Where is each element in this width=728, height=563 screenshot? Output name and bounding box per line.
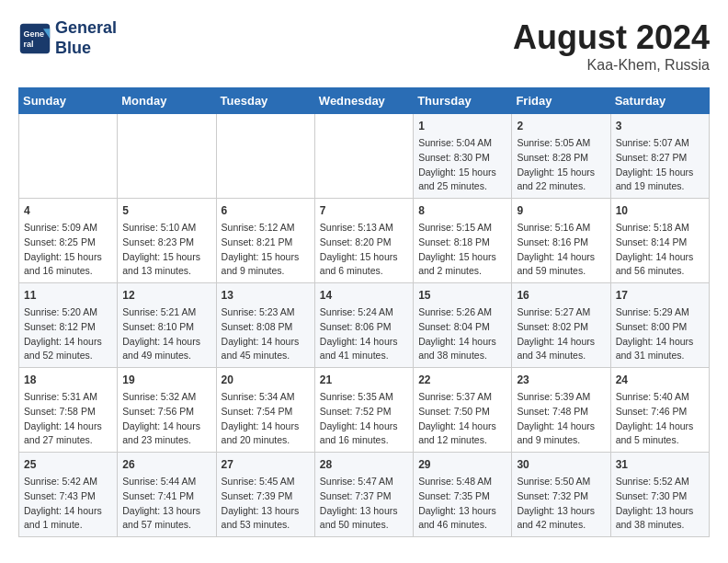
day-info: and 5 minutes.	[616, 433, 704, 448]
calendar-cell: 15Sunrise: 5:26 AMSunset: 8:04 PMDayligh…	[414, 283, 512, 368]
day-info: and 59 minutes.	[517, 264, 605, 279]
calendar-cell: 16Sunrise: 5:27 AMSunset: 8:02 PMDayligh…	[512, 283, 610, 368]
day-info: Sunrise: 5:21 AM	[122, 305, 210, 320]
day-info: Daylight: 14 hours	[517, 335, 605, 350]
weekday-header-wednesday: Wednesday	[314, 88, 413, 114]
day-info: Daylight: 13 hours	[320, 504, 408, 519]
calendar-cell: 30Sunrise: 5:50 AMSunset: 7:32 PMDayligh…	[512, 453, 610, 537]
day-number: 26	[122, 456, 210, 473]
day-number: 31	[616, 456, 704, 473]
month-year: August 2024	[513, 18, 710, 57]
day-info: and 25 minutes.	[418, 179, 506, 194]
calendar-cell: 24Sunrise: 5:40 AMSunset: 7:46 PMDayligh…	[610, 368, 709, 453]
day-number: 7	[320, 202, 408, 219]
day-info: Daylight: 15 hours	[122, 250, 210, 265]
day-number: 4	[24, 202, 112, 219]
day-info: Sunrise: 5:52 AM	[616, 475, 704, 489]
week-row-5: 25Sunrise: 5:42 AMSunset: 7:43 PMDayligh…	[19, 453, 710, 537]
day-info: Daylight: 14 hours	[616, 335, 704, 350]
logo-line2: Blue	[55, 39, 117, 59]
day-info: Sunset: 8:12 PM	[24, 320, 112, 335]
day-info: and 34 minutes.	[517, 349, 605, 363]
day-info: Daylight: 15 hours	[320, 250, 408, 265]
day-number: 30	[517, 456, 605, 473]
calendar-cell: 8Sunrise: 5:15 AMSunset: 8:18 PMDaylight…	[414, 199, 512, 283]
day-info: Daylight: 15 hours	[418, 166, 506, 180]
calendar-cell: 31Sunrise: 5:52 AMSunset: 7:30 PMDayligh…	[610, 453, 709, 537]
logo: Gene ral General Blue	[18, 18, 117, 58]
day-info: and 1 minute.	[24, 518, 112, 533]
calendar-cell: 9Sunrise: 5:16 AMSunset: 8:16 PMDaylight…	[512, 199, 610, 283]
day-number: 17	[616, 287, 704, 304]
day-info: Sunset: 7:39 PM	[222, 489, 310, 504]
day-info: and 49 minutes.	[122, 349, 210, 363]
calendar-cell	[19, 114, 118, 199]
day-info: Sunset: 8:14 PM	[616, 236, 704, 250]
day-info: Sunrise: 5:37 AM	[418, 390, 506, 405]
day-info: Sunrise: 5:10 AM	[122, 221, 210, 236]
day-number: 3	[616, 118, 704, 134]
logo-icon: Gene ral	[18, 22, 51, 55]
calendar-cell: 7Sunrise: 5:13 AMSunset: 8:20 PMDaylight…	[314, 199, 413, 283]
day-info: Sunset: 8:06 PM	[320, 320, 408, 335]
week-row-1: 1Sunrise: 5:04 AMSunset: 8:30 PMDaylight…	[19, 114, 710, 199]
day-info: Sunrise: 5:27 AM	[517, 305, 605, 320]
calendar-cell: 27Sunrise: 5:45 AMSunset: 7:39 PMDayligh…	[216, 453, 314, 537]
logo-line1: General	[55, 18, 117, 39]
day-number: 18	[24, 372, 112, 388]
day-info: Daylight: 14 hours	[418, 419, 506, 434]
day-number: 9	[517, 202, 605, 219]
day-info: Sunrise: 5:13 AM	[320, 221, 408, 236]
calendar-cell: 13Sunrise: 5:23 AMSunset: 8:08 PMDayligh…	[216, 283, 314, 368]
day-info: Daylight: 14 hours	[24, 419, 112, 434]
day-info: Daylight: 14 hours	[24, 335, 112, 350]
day-info: and 16 minutes.	[320, 433, 408, 448]
day-number: 6	[222, 202, 310, 219]
day-info: and 6 minutes.	[320, 264, 408, 279]
day-info: Sunrise: 5:32 AM	[122, 390, 210, 405]
day-info: and 41 minutes.	[320, 349, 408, 363]
calendar-cell: 14Sunrise: 5:24 AMSunset: 8:06 PMDayligh…	[314, 283, 413, 368]
week-row-2: 4Sunrise: 5:09 AMSunset: 8:25 PMDaylight…	[19, 199, 710, 283]
day-info: Sunrise: 5:20 AM	[24, 305, 112, 320]
day-number: 12	[122, 287, 210, 304]
day-info: and 31 minutes.	[616, 349, 704, 363]
day-info: Sunrise: 5:15 AM	[418, 221, 506, 236]
calendar-cell: 17Sunrise: 5:29 AMSunset: 8:00 PMDayligh…	[610, 283, 709, 368]
day-info: and 19 minutes.	[616, 179, 704, 194]
day-info: Sunset: 8:23 PM	[122, 236, 210, 250]
calendar-cell: 1Sunrise: 5:04 AMSunset: 8:30 PMDaylight…	[414, 114, 512, 199]
day-info: Sunset: 7:46 PM	[616, 405, 704, 419]
day-info: Sunset: 7:32 PM	[517, 489, 605, 504]
day-info: and 22 minutes.	[517, 179, 605, 194]
title-block: August 2024 Kaa-Khem, Russia	[513, 18, 710, 74]
day-info: and 38 minutes.	[418, 349, 506, 363]
day-number: 27	[222, 456, 310, 473]
day-info: and 50 minutes.	[320, 518, 408, 533]
day-info: Sunset: 7:58 PM	[24, 405, 112, 419]
day-info: Sunrise: 5:23 AM	[222, 305, 310, 320]
day-number: 24	[616, 372, 704, 388]
day-number: 10	[616, 202, 704, 219]
day-info: Sunrise: 5:39 AM	[517, 390, 605, 405]
day-info: Sunrise: 5:42 AM	[24, 475, 112, 489]
calendar-cell: 21Sunrise: 5:35 AMSunset: 7:52 PMDayligh…	[314, 368, 413, 453]
calendar-cell: 5Sunrise: 5:10 AMSunset: 8:23 PMDaylight…	[118, 199, 216, 283]
day-number: 21	[320, 372, 408, 388]
day-info: Sunrise: 5:35 AM	[320, 390, 408, 405]
calendar-cell: 2Sunrise: 5:05 AMSunset: 8:28 PMDaylight…	[512, 114, 610, 199]
day-info: Sunrise: 5:29 AM	[616, 305, 704, 320]
day-number: 13	[222, 287, 310, 304]
day-info: Daylight: 14 hours	[222, 335, 310, 350]
calendar-cell: 20Sunrise: 5:34 AMSunset: 7:54 PMDayligh…	[216, 368, 314, 453]
day-info: and 45 minutes.	[222, 349, 310, 363]
day-info: and 12 minutes.	[418, 433, 506, 448]
day-info: Sunset: 8:08 PM	[222, 320, 310, 335]
day-info: Sunset: 7:48 PM	[517, 405, 605, 419]
day-info: and 13 minutes.	[122, 264, 210, 279]
day-info: Sunset: 8:16 PM	[517, 236, 605, 250]
weekday-header-friday: Friday	[512, 88, 610, 114]
calendar-cell: 25Sunrise: 5:42 AMSunset: 7:43 PMDayligh…	[19, 453, 118, 537]
day-number: 25	[24, 456, 112, 473]
week-row-3: 11Sunrise: 5:20 AMSunset: 8:12 PMDayligh…	[19, 283, 710, 368]
